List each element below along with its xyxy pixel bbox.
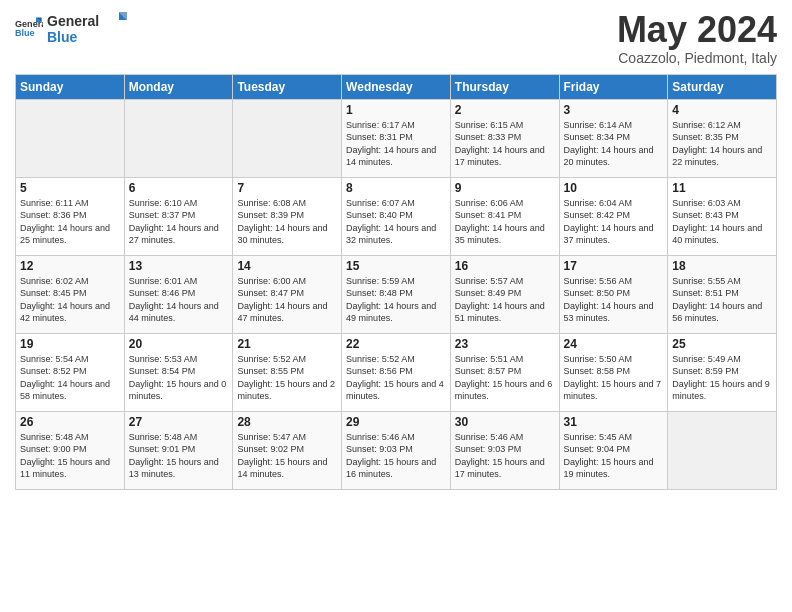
header-monday: Monday: [124, 74, 233, 99]
day-number: 20: [129, 337, 229, 351]
day-cell: [16, 99, 125, 177]
day-number: 18: [672, 259, 772, 273]
day-info: Sunrise: 5:56 AM Sunset: 8:50 PM Dayligh…: [564, 275, 664, 325]
day-info: Sunrise: 5:48 AM Sunset: 9:01 PM Dayligh…: [129, 431, 229, 481]
day-info: Sunrise: 5:46 AM Sunset: 9:03 PM Dayligh…: [346, 431, 446, 481]
day-cell: 8Sunrise: 6:07 AM Sunset: 8:40 PM Daylig…: [342, 177, 451, 255]
day-number: 23: [455, 337, 555, 351]
day-cell: 28Sunrise: 5:47 AM Sunset: 9:02 PM Dayli…: [233, 411, 342, 489]
day-number: 16: [455, 259, 555, 273]
day-cell: 27Sunrise: 5:48 AM Sunset: 9:01 PM Dayli…: [124, 411, 233, 489]
day-info: Sunrise: 5:59 AM Sunset: 8:48 PM Dayligh…: [346, 275, 446, 325]
day-number: 2: [455, 103, 555, 117]
day-info: Sunrise: 6:11 AM Sunset: 8:36 PM Dayligh…: [20, 197, 120, 247]
day-cell: 3Sunrise: 6:14 AM Sunset: 8:34 PM Daylig…: [559, 99, 668, 177]
day-cell: 31Sunrise: 5:45 AM Sunset: 9:04 PM Dayli…: [559, 411, 668, 489]
day-number: 25: [672, 337, 772, 351]
day-cell: 21Sunrise: 5:52 AM Sunset: 8:55 PM Dayli…: [233, 333, 342, 411]
day-number: 24: [564, 337, 664, 351]
day-info: Sunrise: 5:52 AM Sunset: 8:55 PM Dayligh…: [237, 353, 337, 403]
day-info: Sunrise: 6:07 AM Sunset: 8:40 PM Dayligh…: [346, 197, 446, 247]
day-info: Sunrise: 6:15 AM Sunset: 8:33 PM Dayligh…: [455, 119, 555, 169]
logo: General Blue General Blue General Blue: [15, 10, 127, 46]
day-info: Sunrise: 5:49 AM Sunset: 8:59 PM Dayligh…: [672, 353, 772, 403]
day-cell: 12Sunrise: 6:02 AM Sunset: 8:45 PM Dayli…: [16, 255, 125, 333]
day-number: 4: [672, 103, 772, 117]
day-cell: 30Sunrise: 5:46 AM Sunset: 9:03 PM Dayli…: [450, 411, 559, 489]
day-info: Sunrise: 5:51 AM Sunset: 8:57 PM Dayligh…: [455, 353, 555, 403]
day-info: Sunrise: 5:55 AM Sunset: 8:51 PM Dayligh…: [672, 275, 772, 325]
day-cell: 14Sunrise: 6:00 AM Sunset: 8:47 PM Dayli…: [233, 255, 342, 333]
header-sunday: Sunday: [16, 74, 125, 99]
day-info: Sunrise: 5:50 AM Sunset: 8:58 PM Dayligh…: [564, 353, 664, 403]
day-cell: [668, 411, 777, 489]
day-number: 5: [20, 181, 120, 195]
day-number: 14: [237, 259, 337, 273]
day-number: 31: [564, 415, 664, 429]
logo-icon: General Blue: [15, 14, 43, 42]
location-subtitle: Coazzolo, Piedmont, Italy: [617, 50, 777, 66]
day-info: Sunrise: 5:45 AM Sunset: 9:04 PM Dayligh…: [564, 431, 664, 481]
day-number: 22: [346, 337, 446, 351]
day-cell: 10Sunrise: 6:04 AM Sunset: 8:42 PM Dayli…: [559, 177, 668, 255]
day-cell: 11Sunrise: 6:03 AM Sunset: 8:43 PM Dayli…: [668, 177, 777, 255]
day-info: Sunrise: 5:57 AM Sunset: 8:49 PM Dayligh…: [455, 275, 555, 325]
day-number: 29: [346, 415, 446, 429]
day-number: 15: [346, 259, 446, 273]
day-cell: 26Sunrise: 5:48 AM Sunset: 9:00 PM Dayli…: [16, 411, 125, 489]
day-number: 11: [672, 181, 772, 195]
day-number: 26: [20, 415, 120, 429]
day-info: Sunrise: 5:46 AM Sunset: 9:03 PM Dayligh…: [455, 431, 555, 481]
day-info: Sunrise: 6:17 AM Sunset: 8:31 PM Dayligh…: [346, 119, 446, 169]
day-cell: 7Sunrise: 6:08 AM Sunset: 8:39 PM Daylig…: [233, 177, 342, 255]
day-cell: 23Sunrise: 5:51 AM Sunset: 8:57 PM Dayli…: [450, 333, 559, 411]
header-saturday: Saturday: [668, 74, 777, 99]
day-cell: 29Sunrise: 5:46 AM Sunset: 9:03 PM Dayli…: [342, 411, 451, 489]
day-number: 13: [129, 259, 229, 273]
logo-svg: General Blue: [47, 10, 127, 46]
day-number: 1: [346, 103, 446, 117]
day-info: Sunrise: 5:54 AM Sunset: 8:52 PM Dayligh…: [20, 353, 120, 403]
day-cell: 6Sunrise: 6:10 AM Sunset: 8:37 PM Daylig…: [124, 177, 233, 255]
day-info: Sunrise: 6:12 AM Sunset: 8:35 PM Dayligh…: [672, 119, 772, 169]
day-number: 6: [129, 181, 229, 195]
day-cell: [233, 99, 342, 177]
day-info: Sunrise: 6:10 AM Sunset: 8:37 PM Dayligh…: [129, 197, 229, 247]
day-info: Sunrise: 6:06 AM Sunset: 8:41 PM Dayligh…: [455, 197, 555, 247]
day-cell: 25Sunrise: 5:49 AM Sunset: 8:59 PM Dayli…: [668, 333, 777, 411]
week-row-1: 1Sunrise: 6:17 AM Sunset: 8:31 PM Daylig…: [16, 99, 777, 177]
week-row-2: 5Sunrise: 6:11 AM Sunset: 8:36 PM Daylig…: [16, 177, 777, 255]
title-block: May 2024 Coazzolo, Piedmont, Italy: [617, 10, 777, 66]
day-cell: 1Sunrise: 6:17 AM Sunset: 8:31 PM Daylig…: [342, 99, 451, 177]
day-number: 8: [346, 181, 446, 195]
month-title: May 2024: [617, 10, 777, 50]
week-row-3: 12Sunrise: 6:02 AM Sunset: 8:45 PM Dayli…: [16, 255, 777, 333]
day-cell: 17Sunrise: 5:56 AM Sunset: 8:50 PM Dayli…: [559, 255, 668, 333]
day-info: Sunrise: 6:04 AM Sunset: 8:42 PM Dayligh…: [564, 197, 664, 247]
day-info: Sunrise: 6:14 AM Sunset: 8:34 PM Dayligh…: [564, 119, 664, 169]
day-number: 30: [455, 415, 555, 429]
day-number: 7: [237, 181, 337, 195]
svg-text:Blue: Blue: [47, 29, 78, 45]
day-cell: 19Sunrise: 5:54 AM Sunset: 8:52 PM Dayli…: [16, 333, 125, 411]
day-number: 17: [564, 259, 664, 273]
day-number: 28: [237, 415, 337, 429]
day-number: 10: [564, 181, 664, 195]
header-thursday: Thursday: [450, 74, 559, 99]
day-cell: 24Sunrise: 5:50 AM Sunset: 8:58 PM Dayli…: [559, 333, 668, 411]
header-friday: Friday: [559, 74, 668, 99]
day-info: Sunrise: 5:52 AM Sunset: 8:56 PM Dayligh…: [346, 353, 446, 403]
day-info: Sunrise: 6:02 AM Sunset: 8:45 PM Dayligh…: [20, 275, 120, 325]
day-cell: 5Sunrise: 6:11 AM Sunset: 8:36 PM Daylig…: [16, 177, 125, 255]
day-cell: 18Sunrise: 5:55 AM Sunset: 8:51 PM Dayli…: [668, 255, 777, 333]
header-tuesday: Tuesday: [233, 74, 342, 99]
svg-text:Blue: Blue: [15, 28, 35, 38]
day-info: Sunrise: 5:47 AM Sunset: 9:02 PM Dayligh…: [237, 431, 337, 481]
day-cell: 2Sunrise: 6:15 AM Sunset: 8:33 PM Daylig…: [450, 99, 559, 177]
day-cell: 20Sunrise: 5:53 AM Sunset: 8:54 PM Dayli…: [124, 333, 233, 411]
day-info: Sunrise: 5:48 AM Sunset: 9:00 PM Dayligh…: [20, 431, 120, 481]
day-number: 3: [564, 103, 664, 117]
svg-text:General: General: [47, 13, 99, 29]
day-info: Sunrise: 6:03 AM Sunset: 8:43 PM Dayligh…: [672, 197, 772, 247]
day-info: Sunrise: 6:08 AM Sunset: 8:39 PM Dayligh…: [237, 197, 337, 247]
